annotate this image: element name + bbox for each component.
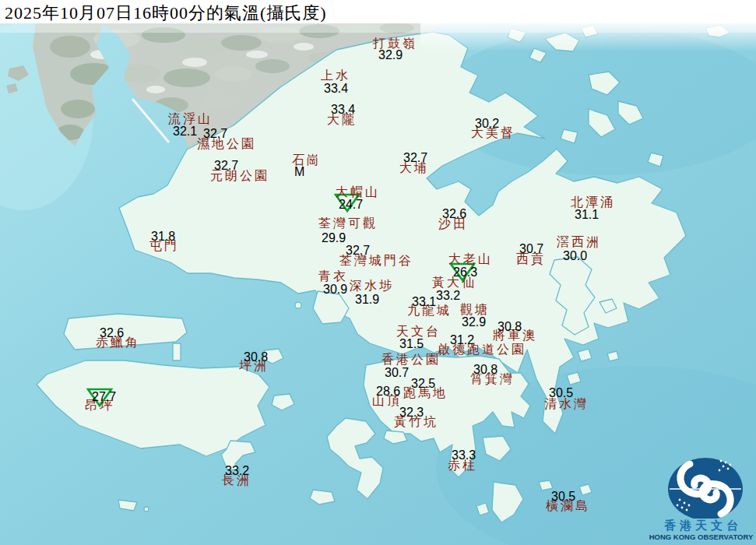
station-temperature-value: 33.4 — [331, 104, 355, 116]
station-name-label: 清水灣 — [544, 398, 589, 410]
station-name-label: 青衣 — [318, 270, 348, 283]
temperature-map-app: 2025年10月07日16時00分的氣溫(攝氏度) 32.9打鼓嶺33.4上水3… — [0, 0, 756, 545]
station-name-label: 大老山 — [448, 253, 493, 265]
station-name-label: 香港公園 — [382, 353, 441, 366]
station-temperature-value: 30.0 — [563, 250, 587, 262]
station-temperature-value: 30.5 — [549, 387, 573, 399]
station-name-label: 滘西洲 — [557, 236, 601, 248]
hko-logo-chinese: 香港天文台 — [646, 519, 756, 533]
station-temperature-value: 32.7 — [214, 160, 238, 172]
station-temperature-value: 30.8 — [473, 364, 498, 376]
station-temperature-value: 27.7 — [92, 391, 116, 403]
station-temperature-value: 30.5 — [551, 490, 575, 503]
station-temperature-value: 33.2 — [436, 290, 460, 302]
station-temperature-value: 30.7 — [519, 243, 543, 255]
station-name-label: 荃灣可觀 — [318, 217, 378, 230]
hong-kong-map — [0, 0, 756, 545]
station-temperature-value: 31.1 — [575, 209, 599, 221]
station-name-label: 北潭涌 — [571, 196, 615, 209]
station-temperature-value: 31.9 — [355, 294, 379, 306]
hko-logo-emblem — [646, 452, 756, 519]
station-temperature-value: 30.8 — [498, 321, 522, 333]
page-title: 2025年10月07日16時00分的氣溫(攝氏度) — [5, 2, 327, 25]
station-temperature-value: 31.8 — [151, 230, 175, 243]
hko-logo: 香港天文台 HONG KONG OBSERVATORY — [646, 452, 756, 545]
station-temperature-value: 24.7 — [339, 199, 363, 211]
station-temperature-value: 33.2 — [225, 465, 249, 477]
station-temperature-value: 32.9 — [378, 49, 403, 62]
station-name-label: 觀塘 — [460, 304, 490, 316]
station-temperature-value: 32.3 — [399, 406, 424, 419]
station-name-label: 深水埗 — [350, 280, 394, 292]
station-name-label: 流浮山 — [168, 113, 213, 125]
station-temperature-value: 31.5 — [399, 338, 424, 350]
station-temperature-value: 32.1 — [173, 125, 197, 138]
station-temperature-value: 30.9 — [323, 283, 347, 296]
station-temperature-value: 32.7 — [403, 152, 427, 164]
station-temperature-value: 32.5 — [411, 378, 435, 390]
station-temperature-value: 30.8 — [244, 351, 268, 364]
station-temperature-value: 33.3 — [452, 449, 476, 462]
station-temperature-value: 32.6 — [442, 208, 466, 220]
station-name-label: 上水 — [321, 69, 350, 82]
station-temperature-value: 31.2 — [450, 334, 474, 346]
station-name-label: 大帽山 — [336, 186, 380, 199]
station-temperature-value: 30.2 — [475, 118, 499, 130]
hko-logo-english: HONG KONG OBSERVATORY — [643, 533, 756, 541]
station-temperature-value: 33.4 — [324, 83, 348, 95]
station-temperature-value: 32.7 — [346, 244, 370, 257]
station-temperature-value: 30.7 — [385, 367, 409, 379]
station-temperature-value: 26.3 — [453, 266, 477, 279]
station-temperature-value: 29.9 — [322, 232, 346, 244]
station-temperature-value: 32.9 — [462, 316, 486, 329]
station-temperature-value: 32.6 — [100, 327, 124, 339]
station-temperature-value: 33.1 — [412, 296, 436, 308]
station-temperature-value: 28.6 — [376, 385, 400, 398]
station-temperature-value: 32.7 — [203, 128, 227, 140]
station-temperature-value: M — [294, 166, 304, 178]
station-name-label: 天文台 — [396, 325, 441, 338]
